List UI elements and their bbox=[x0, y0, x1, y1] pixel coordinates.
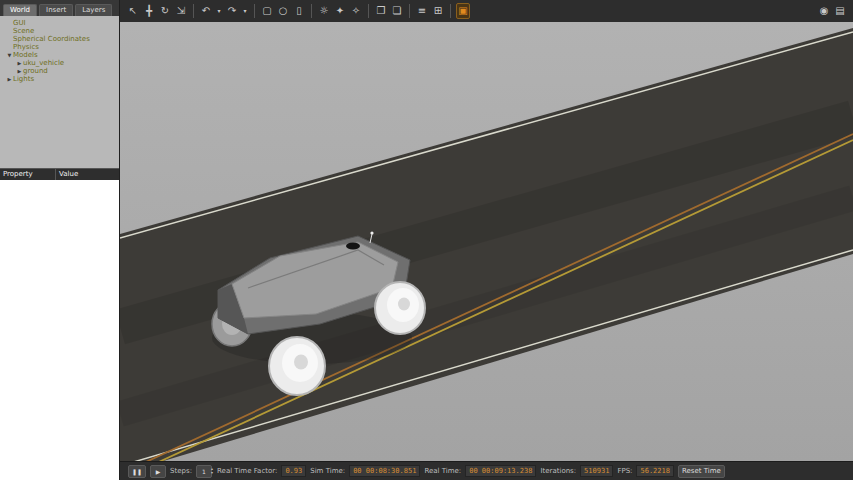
pause-button[interactable]: ❚❚ bbox=[128, 465, 146, 478]
sim-time-value: 00 00:08:30.851 bbox=[349, 465, 420, 477]
expand-icon[interactable]: ▶ bbox=[16, 68, 23, 74]
tree-item-ground[interactable]: ▶ ground bbox=[2, 67, 119, 75]
collapse-icon[interactable]: ▼ bbox=[6, 52, 13, 58]
tab-insert[interactable]: Insert bbox=[39, 4, 73, 16]
tree-item-uku-vehicle[interactable]: ▶ uku_vehicle bbox=[2, 59, 119, 67]
road-surface bbox=[120, 28, 853, 461]
panel-tabbar: World Insert Layers bbox=[0, 0, 119, 16]
copy-icon[interactable]: ❐ bbox=[374, 3, 388, 19]
tree-item-label: uku_vehicle bbox=[23, 59, 64, 67]
step-button[interactable]: ▶ bbox=[150, 465, 166, 478]
toolbar-separator bbox=[311, 4, 312, 18]
property-column-header: Property bbox=[0, 169, 56, 180]
fps-value: 56.2218 bbox=[636, 465, 674, 477]
steps-spinbox[interactable]: 1 bbox=[196, 465, 212, 478]
tree-item-label: GUI bbox=[13, 19, 26, 27]
real-time-label: Real Time: bbox=[424, 467, 461, 475]
property-table-body[interactable] bbox=[0, 180, 119, 480]
snap-icon[interactable]: ⊞ bbox=[431, 3, 445, 19]
reset-time-button[interactable]: Reset Time bbox=[678, 465, 725, 478]
vehicle-wheel-front[interactable] bbox=[375, 282, 425, 334]
tree-item-physics[interactable]: Physics bbox=[2, 43, 119, 51]
screenshot-icon[interactable]: ◉ bbox=[817, 3, 831, 19]
property-table-header: Property Value bbox=[0, 168, 119, 180]
tree-item-label: Scene bbox=[13, 27, 34, 35]
align-icon[interactable]: ≡ bbox=[415, 3, 429, 19]
tree-item-models[interactable]: ▼ Models bbox=[2, 51, 119, 59]
tree-item-scene[interactable]: Scene bbox=[2, 27, 119, 35]
directional-light-icon[interactable]: ✧ bbox=[349, 3, 363, 19]
vehicle-antenna-tip bbox=[370, 231, 373, 234]
toolbar-separator bbox=[368, 4, 369, 18]
tree-item-spherical-coordinates[interactable]: Spherical Coordinates bbox=[2, 35, 119, 43]
toolbar-separator bbox=[193, 4, 194, 18]
rotate-icon[interactable]: ↻ bbox=[158, 3, 172, 19]
toolbar-separator bbox=[409, 4, 410, 18]
scale-icon[interactable]: ⇲ bbox=[174, 3, 188, 19]
translate-icon[interactable]: ╋ bbox=[142, 3, 156, 19]
select-arrow-icon[interactable]: ↖ bbox=[126, 3, 140, 19]
iterations-label: Iterations: bbox=[540, 467, 576, 475]
tree-item-label: Lights bbox=[13, 75, 34, 83]
cylinder-icon[interactable]: ▯ bbox=[292, 3, 306, 19]
expand-icon[interactable]: ▶ bbox=[6, 76, 13, 82]
tree-item-label: Models bbox=[13, 51, 38, 59]
point-light-icon[interactable]: ☼ bbox=[317, 3, 331, 19]
tab-layers[interactable]: Layers bbox=[75, 4, 112, 16]
tree-item-gui[interactable]: GUI bbox=[2, 19, 119, 27]
real-time-value: 00 00:09:13.238 bbox=[465, 465, 536, 477]
tree-item-label: Physics bbox=[13, 43, 39, 51]
tree-item-label: ground bbox=[23, 67, 48, 75]
tree-item-label: Spherical Coordinates bbox=[13, 35, 90, 43]
toolbar: ↖ ╋ ↻ ⇲ ↶ ▾ ↷ ▾ ▢ ○ ▯ ☼ ✦ ✧ ❐ ❏ ≡ ⊞ ▣ bbox=[120, 0, 853, 22]
toolbar-separator bbox=[450, 4, 451, 18]
redo-history-icon[interactable]: ▾ bbox=[241, 3, 249, 19]
sphere-icon[interactable]: ○ bbox=[276, 3, 290, 19]
box-icon[interactable]: ▢ bbox=[260, 3, 274, 19]
undo-icon[interactable]: ↶ bbox=[199, 3, 213, 19]
redo-icon[interactable]: ↷ bbox=[225, 3, 239, 19]
logger-icon[interactable]: ▤ bbox=[833, 3, 847, 19]
render-viewport[interactable] bbox=[120, 22, 853, 461]
vehicle-wheel-rear[interactable] bbox=[269, 337, 325, 395]
iterations-value: 510931 bbox=[580, 465, 613, 477]
fps-label: FPS: bbox=[617, 467, 632, 475]
gazebo-window: World Insert Layers GUI Scene Spherical … bbox=[0, 0, 853, 480]
tree-item-lights[interactable]: ▶ Lights bbox=[2, 75, 119, 83]
paste-icon[interactable]: ❏ bbox=[390, 3, 404, 19]
world-tree: GUI Scene Spherical Coordinates Physics … bbox=[0, 16, 119, 168]
steps-label: Steps: bbox=[170, 467, 192, 475]
spin-down-icon[interactable]: ▾ bbox=[211, 471, 213, 475]
main-area: ↖ ╋ ↻ ⇲ ↶ ▾ ↷ ▾ ▢ ○ ▯ ☼ ✦ ✧ ❐ ❏ ≡ ⊞ ▣ bbox=[120, 0, 853, 480]
toolbar-separator bbox=[254, 4, 255, 18]
expand-icon[interactable]: ▶ bbox=[16, 60, 23, 66]
left-panel: World Insert Layers GUI Scene Spherical … bbox=[0, 0, 120, 480]
steps-spinner[interactable]: ▴ ▾ bbox=[211, 467, 213, 475]
undo-history-icon[interactable]: ▾ bbox=[215, 3, 223, 19]
value-column-header: Value bbox=[56, 169, 81, 180]
rtf-value: 0.93 bbox=[281, 465, 306, 477]
tab-world[interactable]: World bbox=[3, 4, 37, 16]
sim-time-label: Sim Time: bbox=[310, 467, 345, 475]
vehicle-sensor-puck bbox=[346, 243, 360, 250]
building-editor-icon[interactable]: ▣ bbox=[456, 3, 470, 19]
viewport-scene[interactable] bbox=[120, 22, 853, 461]
rtf-label: Real Time Factor: bbox=[217, 467, 277, 475]
spot-light-icon[interactable]: ✦ bbox=[333, 3, 347, 19]
simulation-statusbar: ❚❚ ▶ Steps: 1 ▴ ▾ Real Time Factor: 0.93… bbox=[120, 461, 853, 480]
